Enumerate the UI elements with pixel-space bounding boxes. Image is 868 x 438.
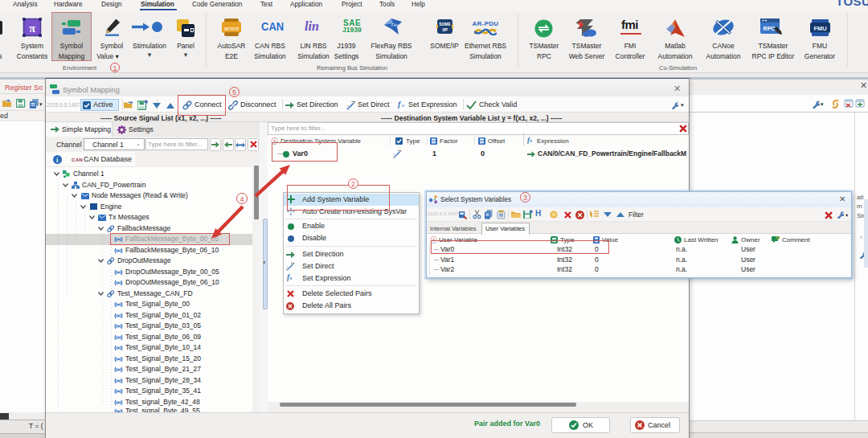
svg-text:SOME: SOME <box>439 22 451 27</box>
svg-text:Flex: Flex <box>391 23 399 27</box>
svg-text:/IP: /IP <box>442 27 448 32</box>
svg-text:π: π <box>29 23 35 35</box>
svg-text:arxml: arxml <box>224 25 240 32</box>
svg-text:RPC: RPC <box>764 26 776 31</box>
svg-text:FMU: FMU <box>813 25 826 32</box>
